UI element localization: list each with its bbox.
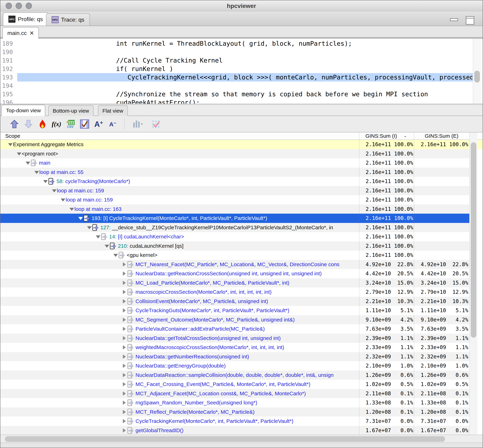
expand-triangle-icon[interactable] [122,308,127,313]
metric-gins-sum-i: 2.16e+11 100.0% [360,177,413,186]
view-tab-top-down-view[interactable]: Top-down view [1,105,45,116]
tree-row[interactable]: loop at main.cc: 1592.16e+11 100.0% [0,195,469,205]
tree-row[interactable]: getGlobalThreadID()1.67e+07 0.0%1.67e+07… [0,426,469,435]
expand-triangle-icon[interactable] [122,354,127,359]
tree-row[interactable]: ParticleVaultContainer::addExtraParticle… [0,324,469,334]
collapse-triangle-icon[interactable] [34,169,39,175]
collapse-triangle-icon[interactable] [60,197,66,202]
tree-row[interactable]: MCT_Nearest_Facet(MC_Particle*, MC_Locat… [0,260,469,269]
table-scrollbar-thumb[interactable] [471,142,476,338]
tree-row[interactable]: NuclearDataReaction::sampleCollision(dou… [0,370,469,380]
zoom-in-button[interactable] [9,118,20,130]
scope-label: main [39,160,50,166]
tree-row-selected[interactable]: 193: [I] CycleTrackingKernel(MonteCarlo*… [0,214,469,223]
expand-triangle-icon[interactable] [122,289,127,295]
tree-row[interactable]: CollisionEvent(MonteCarlo*, MC_Particle&… [0,297,469,306]
expand-triangle-icon[interactable] [122,372,127,378]
expand-triangle-icon[interactable] [122,418,127,424]
chevron-down-icon[interactable]: ⌄ [403,132,407,139]
font-decrease-button[interactable]: A− [107,118,118,130]
collapse-triangle-icon[interactable] [25,160,31,166]
tree-row[interactable]: 127: __device_stub__Z19CycleTrackingKern… [0,223,469,232]
tree-row[interactable]: MCT_Adjacent_Facet(MC_Location const&, M… [0,389,469,398]
tree-row[interactable]: CycleTrackingKernel(MonteCarlo*, int, Pa… [0,416,469,426]
metric-gins-sum-i: 7.31e+07 0.0% [360,416,413,426]
editor-scrollbar-thumb[interactable] [474,71,480,83]
expand-triangle-icon[interactable] [122,345,127,350]
tree-row[interactable]: NuclearData::getReactionCrossSection(uns… [0,269,469,278]
tree-row[interactable]: MCT_Reflect_Particle(MonteCarlo*, MC_Par… [0,408,469,417]
tab-trace[interactable]: HPC Trace: qs [46,13,90,26]
collapse-triangle-icon[interactable] [43,179,48,184]
tree-row[interactable]: NuclearData::getNumberReactions(unsigned… [0,352,469,361]
column-header-scope[interactable]: Scope [5,132,20,139]
expand-triangle-icon[interactable] [122,299,127,304]
tree-row[interactable]: Experiment Aggregate Metrics2.16e+11 100… [0,140,483,149]
callsite-icon [48,178,56,185]
tree-row[interactable]: MC_Segment_Outcome(MonteCarlo*, MC_Parti… [0,315,469,325]
tree-row[interactable]: CycleTrackingGuts(MonteCarlo*, int, Part… [0,306,469,315]
metric-gins-sum-e: 1.02e+09 0.5% [415,380,468,389]
expand-triangle-icon[interactable] [122,428,127,433]
collapse-triangle-icon[interactable] [8,142,13,147]
metric-gins-sum-e: 4.42e+10 20.5% [415,269,468,278]
expand-triangle-icon[interactable] [122,409,127,415]
collapse-triangle-icon[interactable] [87,225,92,230]
table-vertical-scrollbar[interactable] [469,132,477,435]
tab-profile[interactable]: HPC Profile: qs [3,12,48,26]
horizontal-scrollbar-thumb[interactable] [5,436,445,442]
tree-row[interactable]: 14: [I] cudaLaunchKernel<char>2.16e+11 1… [0,232,469,241]
expand-triangle-icon[interactable] [122,280,127,286]
derived-metric-button[interactable]: f(x) [51,118,62,130]
expand-triangle-icon[interactable] [122,317,127,322]
export-csv-button[interactable]: CSV [65,118,76,130]
zoom-out-icon [24,120,33,128]
collapse-triangle-icon[interactable] [16,151,22,156]
tree-row[interactable]: MC_Facet_Crossing_Event(MC_Particle&, Mo… [0,380,469,389]
expand-triangle-icon[interactable] [122,336,127,341]
expand-triangle-icon[interactable] [122,382,127,387]
tree-row[interactable]: <program root>2.16e+11 100.0% [0,149,469,159]
tree-row[interactable]: rngSpawn_Random_Number_Seed(unsigned lon… [0,398,469,408]
tree-row[interactable]: NuclearData::getEnergyGroup(double)2.10e… [0,361,469,370]
tree-row[interactable]: NuclearData::getTotalCrossSection(unsign… [0,334,469,343]
tree-row[interactable]: macroscopicCrossSection(MonteCarlo*, int… [0,288,469,297]
table-horizontal-scrollbar[interactable] [0,435,483,443]
tree-row[interactable]: MC_Load_Particle(MonteCarlo*, MC_Particl… [0,278,469,288]
expand-triangle-icon[interactable] [122,326,127,332]
tree-row[interactable]: <gpu kernel>2.16e+11 100.0% [0,250,469,260]
resize-columns-button[interactable] [79,118,90,130]
column-header-gins-sum-i[interactable]: GINS:Sum (I) [360,132,402,139]
tree-row[interactable]: main2.16e+11 100.0% [0,158,469,168]
close-icon[interactable]: ✕ [30,30,34,36]
tree-row[interactable]: weightedMacroscopicCrossSection(MonteCar… [0,343,469,352]
tree-row[interactable]: 210: cudaLaunchKernel [qs]2.16e+11 100.0… [0,241,469,251]
expand-triangle-icon[interactable] [122,363,127,368]
view-tab-flat-view[interactable]: Flat view [98,105,128,116]
scope-label: CycleTrackingGuts(MonteCarlo*, int, Part… [135,307,289,313]
tree-row[interactable]: loop at main.cc: 552.16e+11 100.0% [0,168,469,177]
tree-row[interactable]: loop at main.cc: 1592.16e+11 100.0% [0,186,469,195]
collapse-triangle-icon[interactable] [69,207,74,212]
expand-triangle-icon[interactable] [122,262,127,267]
scope-label: loop at main.cc: 55 [39,169,84,175]
collapse-triangle-icon[interactable] [52,188,57,193]
minimize-view-button[interactable] [450,18,458,21]
callsite-line-number: 210: [118,243,130,249]
expand-triangle-icon[interactable] [122,391,127,396]
tree-row[interactable]: 58: cycleTracking(MonteCarlo*)2.16e+11 1… [0,177,469,186]
column-header-gins-sum-e[interactable]: GINS:Sum (E) [415,132,468,139]
collapse-triangle-icon[interactable] [78,216,83,221]
font-increase-button[interactable]: A+ [93,118,104,130]
tab-main-cc[interactable]: main.cc ✕ [2,27,39,39]
maximize-view-button[interactable] [466,16,474,24]
editor-vertical-scrollbar[interactable] [473,39,481,104]
tree-row[interactable]: loop at main.cc: 1632.16e+11 100.0% [0,205,469,214]
expand-triangle-icon[interactable] [122,271,127,276]
hot-path-button[interactable] [37,118,48,130]
collapse-triangle-icon[interactable] [95,234,101,239]
view-tab-bottom-up-view[interactable]: Bottom-up view [48,105,94,116]
collapse-triangle-icon[interactable] [113,252,118,258]
collapse-triangle-icon[interactable] [104,243,109,248]
expand-triangle-icon[interactable] [122,400,127,405]
